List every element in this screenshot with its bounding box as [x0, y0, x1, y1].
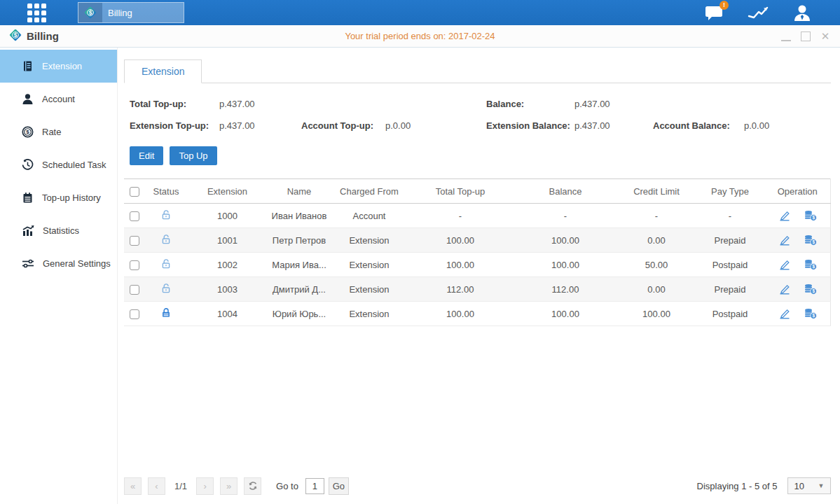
sidebar-item-label: Rate — [42, 127, 61, 137]
topbar: $ Billing ! — [0, 0, 840, 25]
notifications-icon[interactable]: ! — [704, 4, 724, 21]
topup-history-notepad-icon — [22, 192, 34, 204]
topup-row-icon[interactable]: $ — [804, 210, 817, 221]
first-page-button[interactable]: « — [124, 477, 142, 495]
topup-row-icon[interactable]: $ — [804, 259, 817, 270]
window-titlebar: $ Billing Your trial period ends on: 201… — [0, 25, 840, 48]
edit-row-icon[interactable] — [778, 210, 791, 221]
edit-row-icon[interactable] — [778, 308, 791, 319]
account-topup-value: p.0.00 — [385, 120, 411, 131]
tab-strip: Extension — [124, 59, 831, 83]
status-lock-icon[interactable] — [160, 258, 172, 270]
col-name: Name — [268, 179, 331, 204]
go-button[interactable]: Go — [329, 477, 349, 495]
refresh-button[interactable] — [244, 477, 261, 495]
tab-extension[interactable]: Extension — [124, 59, 202, 83]
topup-row-icon[interactable]: $ — [804, 234, 817, 246]
edit-row-icon[interactable] — [778, 284, 791, 295]
row-checkbox[interactable] — [130, 260, 139, 270]
table-row: 1003 Дмитрий Д... Extension 112.00 112.0… — [124, 277, 830, 302]
edit-button[interactable]: Edit — [130, 146, 163, 165]
balance-value: p.437.00 — [574, 99, 653, 109]
sidebar-item-rate[interactable]: $ Rate — [0, 115, 117, 148]
page-size-value: 10 — [794, 481, 818, 491]
svg-text:$: $ — [14, 31, 18, 38]
last-page-button[interactable]: » — [220, 477, 237, 495]
edit-row-icon[interactable] — [778, 234, 791, 246]
col-balance: Balance — [513, 179, 618, 204]
status-lock-icon[interactable] — [160, 283, 172, 294]
svg-text:$: $ — [812, 240, 815, 246]
displaying-text: Displaying 1 - 5 of 5 — [697, 481, 778, 491]
sidebar-item-label: Statistics — [43, 225, 79, 236]
general-settings-sliders-icon — [22, 258, 34, 270]
col-status: Status — [145, 179, 187, 204]
table-header-row: Status Extension Name Charged From Total… — [124, 179, 830, 204]
extension-ledger-icon — [22, 60, 34, 72]
sidebar-item-label: Account — [42, 94, 75, 104]
sidebar-item-label: Extension — [42, 61, 82, 71]
prev-page-button[interactable]: ‹ — [148, 477, 165, 495]
close-button[interactable]: ✕ — [820, 31, 830, 41]
summary-panel: Total Top-up: p.437.00 Extension Top-up:… — [124, 93, 831, 136]
scheduled-task-clock-icon — [22, 159, 34, 171]
svg-text:$: $ — [89, 9, 92, 16]
sidebar-item-account[interactable]: Account — [0, 83, 117, 115]
status-lock-icon[interactable] — [160, 307, 172, 318]
page-size-dropdown[interactable]: 10 ▼ — [787, 477, 831, 494]
user-account-icon[interactable] — [792, 4, 812, 22]
app-grid-icon[interactable] — [25, 1, 48, 24]
row-checkbox[interactable] — [130, 236, 139, 246]
main-content: Extension Total Top-up: p.437.00 Extensi… — [118, 48, 840, 504]
extensions-table: Status Extension Name Charged From Total… — [124, 178, 831, 326]
row-checkbox[interactable] — [130, 211, 139, 221]
pagination-bar: « ‹ 1/1 › » Go to Go Displaying 1 - 5 of… — [124, 477, 831, 495]
table-row: 1002 Мария Ива... Extension 100.00 100.0… — [124, 253, 830, 277]
minimize-button[interactable] — [781, 31, 791, 41]
extension-topup-label: Extension Top-up: — [130, 120, 219, 131]
col-charged-from: Charged From — [331, 179, 408, 204]
svg-text:$: $ — [812, 216, 815, 221]
table-row: 1000 Иван Иванов Account - - - - — [124, 204, 830, 228]
account-person-icon — [22, 93, 34, 105]
rate-dollar-icon: $ — [22, 126, 34, 138]
maximize-button[interactable] — [801, 31, 811, 41]
table-body: 1000 Иван Иванов Account - - - - — [124, 204, 830, 326]
sidebar-item-statistics[interactable]: Statistics — [0, 214, 117, 247]
svg-text:$: $ — [812, 289, 815, 295]
sidebar-item-general-settings[interactable]: General Settings — [0, 247, 117, 280]
monitor-chart-icon[interactable] — [748, 4, 769, 21]
sidebar-item-scheduled-task[interactable]: Scheduled Task — [0, 148, 117, 181]
account-topup-label: Account Top-up: — [301, 120, 385, 131]
row-checkbox[interactable] — [130, 285, 139, 295]
goto-page-input[interactable] — [305, 478, 324, 494]
status-lock-icon[interactable] — [160, 234, 172, 245]
sidebar-item-topup-history[interactable]: Top-up History — [0, 181, 117, 214]
topup-button[interactable]: Top Up — [170, 146, 216, 165]
window-title: Billing — [27, 30, 59, 42]
chevron-down-icon: ▼ — [818, 482, 825, 489]
account-balance-value: p.0.00 — [744, 120, 769, 131]
svg-text:$: $ — [26, 129, 29, 135]
col-pay-type: Pay Type — [695, 179, 765, 204]
total-topup-label: Total Top-up: — [130, 99, 219, 109]
col-operation: Operation — [765, 179, 830, 204]
select-all-checkbox[interactable] — [130, 187, 139, 197]
edit-row-icon[interactable] — [778, 259, 791, 270]
goto-label: Go to — [276, 481, 298, 491]
col-extension: Extension — [187, 179, 268, 204]
balance-label: Balance: — [486, 99, 574, 109]
topup-row-icon[interactable]: $ — [804, 308, 817, 319]
extension-topup-value: p.437.00 — [219, 120, 301, 131]
extension-balance-value: p.437.00 — [574, 120, 653, 131]
billing-app-icon: $ — [8, 28, 22, 44]
svg-text:$: $ — [812, 314, 815, 319]
taskbar-item-billing[interactable]: $ Billing — [78, 2, 184, 23]
sidebar-item-extension[interactable]: Extension — [0, 50, 117, 83]
row-checkbox[interactable] — [130, 309, 139, 319]
table-row: 1004 Юрий Юрь... Extension 100.00 100.00… — [124, 302, 830, 326]
page-indicator: 1/1 — [174, 481, 187, 491]
status-lock-icon[interactable] — [160, 209, 172, 220]
next-page-button[interactable]: › — [196, 477, 214, 495]
topup-row-icon[interactable]: $ — [804, 284, 817, 295]
